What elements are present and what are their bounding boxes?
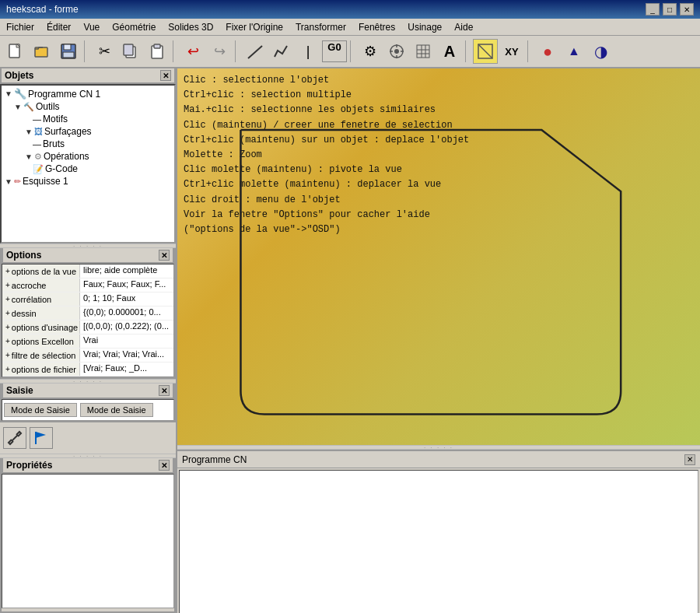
close-button[interactable]: ✕ (680, 3, 694, 16)
view-xy-button[interactable]: XY (499, 39, 524, 64)
menu-vue[interactable]: Vue (77, 20, 106, 34)
option-row-filtre[interactable]: + filtre de sélection Vrai; Vrai; Vrai; … (2, 349, 173, 363)
opt-expand-correlation[interactable]: + (5, 295, 10, 303)
menu-fichier[interactable]: Fichier (0, 20, 40, 34)
shape-canvas (177, 68, 700, 445)
goto-button[interactable]: G0 (322, 39, 347, 64)
flag-icon-button[interactable] (30, 427, 53, 449)
expand-outils[interactable]: ▼ (14, 103, 22, 111)
options-content[interactable]: + options de la vue libre; aide complète… (2, 264, 174, 377)
cone-button[interactable]: ▲ (562, 39, 586, 64)
toolbar-sep-3 (235, 40, 240, 62)
option-val-accroche: Faux; Faux; Faux; F... (80, 278, 173, 292)
settings-button[interactable]: ⚙ (358, 39, 383, 64)
svg-rect-9 (154, 44, 160, 48)
option-row-excellon[interactable]: + options Excellon Vrai (2, 335, 173, 349)
menu-editer[interactable]: Éditer (40, 20, 77, 34)
option-key-vue: + options de la vue (2, 264, 80, 278)
option-row-correlation[interactable]: + corrélation 0; 1; 10; Faux (2, 292, 173, 306)
menu-fenetres[interactable]: Fenêtres (352, 20, 401, 34)
opt-expand-filtre[interactable]: + (5, 351, 10, 359)
line-button[interactable] (243, 39, 268, 64)
menu-transformer[interactable]: Transformer (289, 20, 352, 34)
option-row-fichier[interactable]: + options de fichier [Vrai; Faux; _D... (2, 363, 173, 377)
menu-aide[interactable]: Aide (448, 20, 479, 34)
tree-view[interactable]: ▼ 🔧 Programme CN 1 ▼ 🔨 Outils — Motifs ▼… (0, 84, 176, 243)
svg-line-23 (478, 44, 492, 58)
option-row-accroche[interactable]: + accroche Faux; Faux; Faux; F... (2, 278, 173, 292)
opt-expand-usinage[interactable]: + (5, 323, 10, 331)
expand-esquisse[interactable]: ▼ (5, 177, 12, 186)
menu-geometrie[interactable]: Géométrie (106, 20, 162, 34)
paste-button[interactable] (145, 39, 170, 64)
grid-button[interactable] (411, 39, 436, 64)
menu-usinage[interactable]: Usinage (401, 20, 448, 34)
tree-item-surfacages[interactable]: ▼ 🖼 Surfaçages (3, 125, 173, 138)
option-row-vue[interactable]: + options de la vue libre; aide complète (2, 264, 173, 278)
torus-button[interactable]: ◑ (588, 39, 613, 64)
expand-surfacages[interactable]: ▼ (25, 128, 33, 136)
opt-expand-accroche[interactable]: + (5, 281, 10, 289)
saisie-input[interactable]: Mode de Saisie (80, 403, 153, 417)
tree-label-bruts: Bruts (43, 138, 65, 149)
saisie-content: Mode de Saisie Mode de Saisie (2, 399, 174, 421)
menu-solides3d[interactable]: Solides 3D (162, 20, 219, 34)
tree-item-programme-cn[interactable]: ▼ 🔧 Programme CN 1 (3, 87, 173, 100)
opt-expand-excellon[interactable]: + (5, 337, 10, 345)
options-panel: Options ✕ + options de la vue libre; aid… (0, 248, 176, 379)
tree-label-motifs: Motifs (43, 114, 68, 124)
minimize-button[interactable]: _ (646, 3, 660, 16)
prog-cn-title: Programme CN (182, 454, 247, 465)
goto-label[interactable]: G0 (322, 40, 346, 62)
expand-programme-cn[interactable]: ▼ (5, 89, 12, 98)
tree-item-motifs[interactable]: — Motifs (3, 113, 173, 125)
open-button[interactable] (30, 39, 54, 64)
prop-close-button[interactable]: ✕ (159, 460, 170, 471)
opt-expand-fichier[interactable]: + (5, 365, 10, 373)
options-close-button[interactable]: ✕ (159, 250, 170, 261)
option-val-dessin: {(0,0); 0.000001; 0... (80, 306, 173, 320)
objets-close-button[interactable]: ✕ (160, 70, 171, 81)
option-row-usinage[interactable]: + options d'usinage [(0,0,0); (0,0.222);… (2, 321, 173, 335)
toolbar-sep-1 (84, 40, 89, 62)
svg-line-10 (248, 46, 262, 58)
option-row-dessin[interactable]: + dessin {(0,0); 0.000001; 0... (2, 306, 173, 321)
tree-item-operations[interactable]: ▼ ⚙ Opérations (3, 150, 173, 163)
menu-fixer-origine[interactable]: Fixer l'Origine (219, 20, 289, 34)
snap-button[interactable] (384, 39, 409, 64)
save-button[interactable] (56, 39, 81, 64)
view-reset-button[interactable] (473, 39, 498, 64)
opt-expand-vue[interactable]: + (5, 267, 10, 275)
new-button[interactable] (3, 39, 28, 64)
option-val-fichier: [Vrai; Faux; _D... (80, 363, 173, 376)
tree-item-gcode[interactable]: 📝 G-Code (3, 163, 173, 175)
opt-expand-dessin[interactable]: + (5, 309, 10, 317)
cut-button[interactable]: ✂ (92, 39, 117, 64)
prog-cn-close-button[interactable]: ✕ (684, 454, 695, 465)
tree-item-outils[interactable]: ▼ 🔨 Outils (3, 100, 173, 113)
svg-line-24 (12, 435, 18, 441)
redo-button[interactable]: ↪ (207, 39, 232, 64)
copy-button[interactable] (118, 39, 143, 64)
canvas-area[interactable]: Clic : selectionne l'objet Ctrl+clic : s… (177, 68, 700, 445)
polyline-button[interactable] (269, 39, 294, 64)
maximize-button[interactable]: □ (663, 3, 677, 16)
option-key-accroche: + accroche (2, 278, 80, 292)
expand-operations[interactable]: ▼ (25, 152, 33, 161)
toolbar: ✂ ↩ ↪ | G0 ⚙ A XY ● ▲ ◑ (0, 36, 700, 68)
title-bar: heekscad - forme _ □ ✕ (0, 0, 700, 19)
option-val-vue: libre; aide complète (80, 264, 173, 278)
arrow-button[interactable]: | (296, 39, 320, 64)
window-controls[interactable]: _ □ ✕ (646, 3, 694, 16)
sphere-button[interactable]: ● (535, 39, 560, 64)
tree-item-bruts[interactable]: — Bruts (3, 138, 173, 150)
option-key-dessin: + dessin (2, 306, 80, 320)
tree-item-esquisse[interactable]: ▼ ✏ Esquisse 1 (3, 175, 173, 187)
text-button[interactable]: A (437, 39, 462, 64)
saisie-close-button[interactable]: ✕ (159, 385, 170, 396)
link-icon-button[interactable] (3, 427, 26, 449)
tree-label-programme-cn: Programme CN 1 (28, 89, 100, 100)
undo-button[interactable]: ↩ (180, 39, 205, 64)
prog-cn-content[interactable] (179, 470, 698, 613)
tree-label-surfacages: Surfaçages (44, 126, 92, 137)
